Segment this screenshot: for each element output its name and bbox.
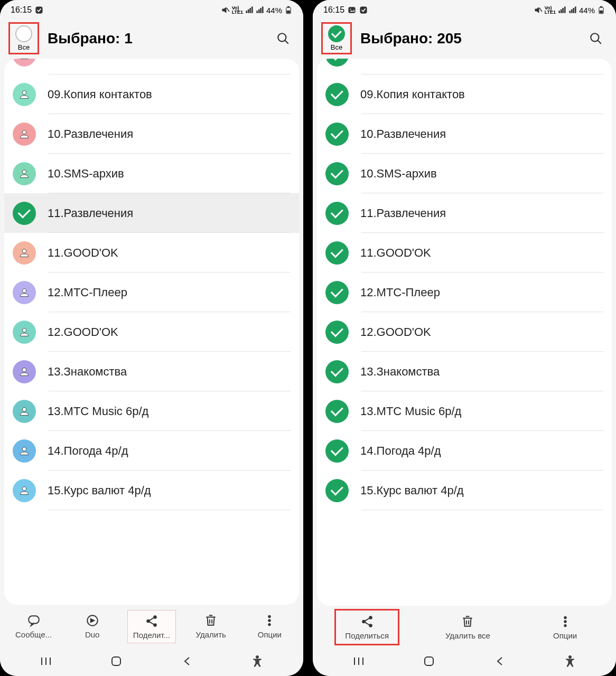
search-button[interactable]	[585, 28, 606, 49]
svg-rect-41	[575, 7, 576, 13]
list-item[interactable]: 14.Погода 4р/д	[4, 431, 299, 471]
list-item[interactable]: 13.MTC Music 6р/д	[317, 391, 612, 431]
list-item[interactable]	[317, 59, 612, 74]
svg-rect-12	[287, 11, 291, 13]
list-item[interactable]: 12.GOOD'OK	[317, 312, 612, 352]
svg-rect-32	[360, 7, 367, 13]
back-button[interactable]	[484, 655, 516, 667]
svg-line-33	[539, 8, 542, 12]
list-item[interactable]: 13.Знакомства	[317, 352, 612, 391]
contacts-list[interactable]: 09.Копия контактов10.Развлечения10.SMS-а…	[4, 59, 299, 605]
list-item[interactable]: 12.GOOD'OK	[4, 312, 299, 352]
contact-name: 14.Погода 4р/д	[360, 444, 441, 458]
svg-point-29	[256, 656, 259, 659]
phone-right: 16:15 Vo) LTE1 44% Все Выбрано: 2	[313, 0, 616, 676]
home-button[interactable]	[413, 655, 445, 667]
share-button[interactable]: Поделиться	[340, 611, 394, 643]
list-item[interactable]: 13.MTC Music 6р/д	[4, 391, 299, 431]
duo-button[interactable]: Duo	[69, 610, 116, 643]
list-item[interactable]: 13.Знакомства	[4, 352, 299, 391]
list-item[interactable]	[4, 59, 299, 74]
contact-name: 12.МТС-Плеер	[360, 286, 440, 299]
signal-icon	[558, 6, 566, 14]
contacts-list[interactable]: 09.Копия контактов10.Развлечения10.SMS-а…	[317, 59, 612, 606]
recent-button[interactable]	[343, 656, 375, 666]
svg-point-31	[350, 8, 351, 10]
back-button[interactable]	[171, 655, 203, 667]
selection-header: Все Выбрано: 1	[0, 20, 303, 59]
contact-name: 13.MTC Music 6р/д	[48, 405, 148, 418]
checkmark-icon	[325, 123, 349, 146]
svg-point-54	[564, 624, 566, 626]
duo-icon	[85, 613, 100, 628]
delete-button[interactable]: Удалить все	[440, 611, 496, 643]
highlight-annotation	[321, 22, 352, 54]
list-item[interactable]: 12.МТС-Плеер	[317, 273, 612, 312]
list-item[interactable]: 09.Копия контактов	[4, 74, 299, 114]
list-item[interactable]: 14.Погода 4р/д	[317, 431, 612, 471]
list-item[interactable]: 10.SMS-архив	[317, 154, 612, 193]
home-button[interactable]	[100, 655, 132, 667]
svg-rect-44	[600, 11, 603, 13]
contact-avatar-icon	[13, 321, 36, 344]
battery-icon	[597, 6, 605, 14]
button-label: Удалить все	[445, 631, 490, 640]
svg-rect-7	[258, 10, 259, 13]
list-item[interactable]: 10.Развлечения	[4, 114, 299, 154]
contact-name: 12.GOOD'OK	[360, 325, 431, 339]
recent-button[interactable]	[30, 656, 62, 666]
contact-name: 11.GOOD'OK	[360, 246, 431, 260]
search-button[interactable]	[273, 28, 294, 49]
svg-rect-40	[573, 8, 574, 13]
svg-line-14	[285, 40, 288, 44]
svg-line-46	[598, 40, 601, 44]
svg-line-51	[365, 622, 369, 625]
comparison-container: 16:15 Vo) LTE1 44% Все Выбрано: 1	[0, 0, 616, 676]
svg-rect-34	[559, 11, 560, 13]
svg-point-23	[268, 619, 270, 622]
list-item[interactable]: 11.Развлечения	[4, 193, 299, 233]
more-button[interactable]: Опции	[542, 611, 589, 643]
checkmark-icon	[325, 439, 349, 463]
list-item[interactable]: 12.МТС-Плеер	[4, 273, 299, 312]
delete-button[interactable]: Удалить	[187, 610, 235, 643]
check-icon	[359, 6, 368, 14]
svg-rect-9	[262, 7, 263, 13]
bottom-action-bar: Сообще...DuoПоделит...УдалитьОпции	[0, 605, 303, 646]
svg-rect-11	[287, 6, 289, 7]
select-all-button[interactable]: Все	[318, 25, 355, 51]
list-item[interactable]: 09.Копия контактов	[317, 74, 612, 114]
checkmark-icon	[325, 83, 349, 106]
selection-count-title: Выбрано: 1	[42, 30, 273, 47]
contact-avatar-icon	[13, 83, 36, 106]
svg-rect-0	[36, 7, 42, 13]
message-icon	[26, 613, 41, 628]
select-all-button[interactable]: Все	[5, 25, 42, 51]
list-item[interactable]: 10.Развлечения	[317, 114, 612, 154]
svg-rect-38	[570, 11, 571, 13]
list-item[interactable]: 15.Курс валют 4р/д	[317, 471, 612, 510]
list-item[interactable]: 11.GOOD'OK	[317, 233, 612, 273]
list-item[interactable]: 15.Курс валют 4р/д	[4, 471, 299, 510]
svg-point-59	[569, 656, 572, 659]
button-label: Поделит...	[133, 631, 170, 640]
list-item[interactable]: 11.GOOD'OK	[4, 233, 299, 273]
contact-avatar-icon	[13, 439, 36, 463]
svg-rect-5	[251, 7, 253, 13]
svg-point-24	[268, 623, 270, 625]
svg-point-48	[362, 620, 365, 623]
svg-point-52	[564, 616, 566, 618]
share-button[interactable]: Поделит...	[127, 610, 176, 643]
more-button[interactable]: Опции	[246, 610, 293, 643]
checkmark-icon	[325, 162, 349, 185]
contact-name: 10.Развлечения	[360, 127, 446, 141]
status-bar: 16:15 Vo) LTE1 44%	[313, 0, 616, 20]
list-item[interactable]: 10.SMS-архив	[4, 154, 299, 193]
android-nav-bar	[0, 646, 303, 676]
svg-point-49	[369, 624, 372, 627]
accessibility-button[interactable]	[554, 655, 586, 667]
list-item[interactable]: 11.Развлечения	[317, 193, 612, 233]
share-icon	[360, 614, 375, 629]
accessibility-button[interactable]	[241, 655, 273, 667]
message-button[interactable]: Сообще...	[10, 610, 58, 643]
